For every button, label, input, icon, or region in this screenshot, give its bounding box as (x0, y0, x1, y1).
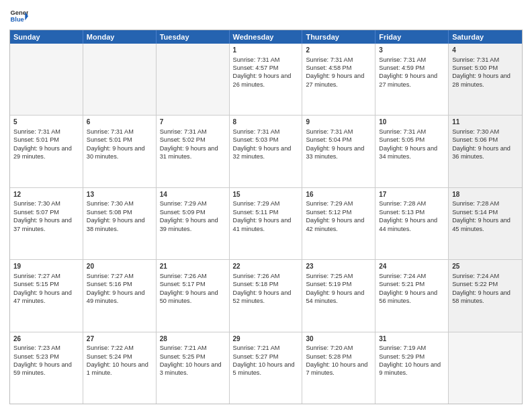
day-info: Sunrise: 7:22 AM (87, 344, 152, 352)
empty-cell (157, 44, 230, 115)
day-info: Sunrise: 7:20 AM (306, 344, 371, 352)
day-info: Sunset: 5:21 PM (379, 280, 445, 288)
day-cell-20: 20Sunrise: 7:27 AMSunset: 5:16 PMDayligh… (83, 260, 157, 331)
empty-cell (10, 44, 83, 115)
day-info: Sunrise: 7:31 AM (233, 128, 299, 136)
day-info: Sunset: 5:04 PM (306, 136, 371, 144)
day-info: Sunset: 5:00 PM (452, 64, 519, 72)
day-info: Sunrise: 7:29 AM (306, 199, 371, 208)
week-row-1: 1Sunrise: 7:31 AMSunset: 4:57 PMDaylight… (10, 44, 522, 116)
day-header-saturday: Saturday (449, 30, 522, 44)
day-info: Sunset: 5:09 PM (160, 208, 226, 216)
day-number: 11 (452, 118, 519, 127)
day-info: Daylight: 9 hours and 31 minutes. (160, 144, 226, 161)
day-number: 29 (233, 334, 299, 344)
day-info: Sunrise: 7:31 AM (233, 56, 299, 64)
day-info: Daylight: 9 hours and 27 minutes. (306, 72, 371, 89)
day-cell-15: 15Sunrise: 7:29 AMSunset: 5:11 PMDayligh… (230, 188, 303, 259)
day-info: Daylight: 9 hours and 29 minutes. (13, 144, 79, 161)
day-cell-28: 28Sunrise: 7:21 AMSunset: 5:25 PMDayligh… (157, 332, 230, 404)
day-info: Sunrise: 7:30 AM (452, 128, 519, 136)
day-info: Daylight: 9 hours and 27 minutes. (379, 72, 445, 89)
day-info: Sunrise: 7:26 AM (160, 272, 226, 280)
day-info: Daylight: 10 hours and 3 minutes. (160, 361, 226, 377)
week-row-5: 26Sunrise: 7:23 AMSunset: 5:23 PMDayligh… (10, 332, 522, 404)
day-cell-29: 29Sunrise: 7:21 AMSunset: 5:27 PMDayligh… (230, 332, 303, 404)
day-number: 9 (306, 118, 371, 127)
day-info: Daylight: 9 hours and 47 minutes. (13, 289, 79, 306)
day-info: Sunrise: 7:23 AM (13, 344, 79, 352)
day-info: Sunset: 4:59 PM (379, 64, 445, 72)
day-number: 26 (13, 334, 79, 344)
day-number: 18 (452, 190, 519, 199)
day-info: Daylight: 9 hours and 52 minutes. (233, 289, 299, 306)
day-info: Sunset: 5:05 PM (379, 136, 445, 144)
day-info: Sunset: 5:19 PM (306, 280, 371, 288)
day-info: Daylight: 9 hours and 56 minutes. (379, 289, 445, 306)
day-info: Daylight: 10 hours and 5 minutes. (233, 361, 299, 377)
day-info: Sunset: 5:03 PM (233, 136, 299, 144)
day-number: 14 (160, 190, 226, 199)
day-info: Sunset: 5:18 PM (233, 280, 299, 288)
empty-cell (449, 332, 522, 404)
day-number: 19 (13, 262, 79, 271)
day-header-thursday: Thursday (302, 30, 375, 44)
day-info: Daylight: 9 hours and 42 minutes. (306, 216, 371, 233)
day-number: 12 (13, 190, 79, 199)
day-info: Daylight: 9 hours and 34 minutes. (379, 144, 445, 161)
day-info: Sunrise: 7:31 AM (379, 56, 445, 64)
day-cell-11: 11Sunrise: 7:30 AMSunset: 5:06 PMDayligh… (449, 116, 522, 187)
day-number: 2 (306, 46, 371, 55)
day-info: Sunrise: 7:31 AM (13, 128, 79, 136)
week-row-3: 12Sunrise: 7:30 AMSunset: 5:07 PMDayligh… (10, 188, 522, 260)
day-info: Sunset: 5:22 PM (452, 280, 519, 288)
day-info: Sunrise: 7:27 AM (87, 272, 152, 280)
day-number: 23 (306, 262, 371, 271)
day-number: 7 (160, 118, 226, 127)
day-info: Sunset: 5:29 PM (379, 353, 445, 361)
day-number: 10 (379, 118, 445, 127)
day-info: Daylight: 9 hours and 59 minutes. (13, 361, 79, 377)
day-info: Sunset: 5:02 PM (160, 136, 226, 144)
day-info: Sunset: 5:15 PM (13, 280, 79, 288)
day-header-sunday: Sunday (10, 30, 83, 44)
day-cell-25: 25Sunrise: 7:24 AMSunset: 5:22 PMDayligh… (449, 260, 522, 331)
logo: General Blue (9, 7, 28, 26)
day-number: 27 (87, 334, 152, 344)
day-info: Sunset: 5:24 PM (87, 353, 152, 361)
day-number: 21 (160, 262, 226, 271)
day-info: Sunrise: 7:31 AM (379, 128, 445, 136)
day-number: 13 (87, 190, 152, 199)
day-info: Sunset: 5:08 PM (87, 208, 152, 216)
day-info: Sunrise: 7:31 AM (87, 128, 152, 136)
day-info: Sunset: 5:25 PM (160, 353, 226, 361)
day-number: 20 (87, 262, 152, 271)
day-info: Daylight: 9 hours and 38 minutes. (87, 216, 152, 233)
day-header-monday: Monday (83, 30, 157, 44)
day-info: Sunrise: 7:30 AM (13, 199, 79, 208)
day-info: Daylight: 9 hours and 36 minutes. (452, 144, 519, 161)
day-info: Daylight: 9 hours and 41 minutes. (233, 216, 299, 233)
day-info: Sunset: 5:23 PM (13, 353, 79, 361)
day-info: Sunset: 5:28 PM (306, 353, 371, 361)
day-cell-31: 31Sunrise: 7:19 AMSunset: 5:29 PMDayligh… (375, 332, 449, 404)
day-number: 8 (233, 118, 299, 127)
day-header-tuesday: Tuesday (157, 30, 230, 44)
day-info: Sunset: 5:11 PM (233, 208, 299, 216)
day-info: Sunrise: 7:21 AM (233, 344, 299, 352)
day-info: Sunrise: 7:29 AM (233, 199, 299, 208)
day-info: Daylight: 9 hours and 50 minutes. (160, 289, 226, 306)
svg-text:Blue: Blue (11, 16, 24, 23)
day-cell-1: 1Sunrise: 7:31 AMSunset: 4:57 PMDaylight… (230, 44, 303, 115)
day-info: Sunrise: 7:25 AM (306, 272, 371, 280)
day-header-wednesday: Wednesday (230, 30, 303, 44)
day-info: Sunrise: 7:30 AM (87, 199, 152, 208)
day-number: 25 (452, 262, 519, 271)
week-row-4: 19Sunrise: 7:27 AMSunset: 5:15 PMDayligh… (10, 260, 522, 332)
day-number: 15 (233, 190, 299, 199)
day-info: Sunset: 4:57 PM (233, 64, 299, 72)
day-number: 16 (306, 190, 371, 199)
day-info: Daylight: 9 hours and 44 minutes. (379, 216, 445, 233)
day-cell-24: 24Sunrise: 7:24 AMSunset: 5:21 PMDayligh… (375, 260, 449, 331)
day-info: Daylight: 10 hours and 9 minutes. (379, 361, 445, 377)
